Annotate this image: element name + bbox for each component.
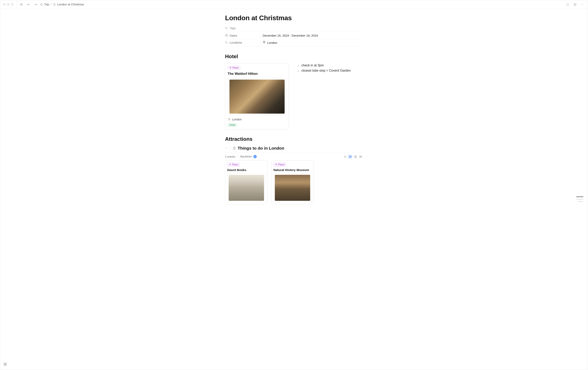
section-attractions-heading[interactable]: Attractions: [225, 136, 363, 142]
map-pin-icon: [262, 41, 266, 44]
more-horizontal-icon: [581, 3, 584, 6]
view-table-button[interactable]: [358, 154, 363, 159]
arrow-left-icon: [27, 3, 30, 6]
arrow-right-icon: [34, 3, 37, 6]
hotel-category-tag: Hotel: [228, 123, 237, 127]
sync-button[interactable]: [565, 2, 571, 7]
svg-rect-36: [349, 157, 350, 158]
view-list-button[interactable]: [343, 154, 347, 159]
command-icon: [574, 3, 577, 6]
hotel-notes[interactable]: check in at 3pm closest tube stop = Cove…: [297, 63, 363, 74]
collection-meta-bar: 2 entries Backlinks 1: [225, 152, 363, 160]
attraction-image: [229, 175, 264, 201]
minimap-mark[interactable]: [578, 201, 583, 202]
svg-point-16: [582, 4, 582, 5]
hotel-card[interactable]: Place The Waldorf Hilton London Hot: [225, 63, 289, 130]
svg-point-13: [576, 3, 576, 4]
page-content: London at Christmas Tags: [225, 9, 363, 216]
card-type-tag-label: Place: [232, 163, 238, 166]
sparkle-icon: [229, 67, 232, 69]
table-icon: [359, 155, 362, 158]
sidebar-toggle-button[interactable]: [18, 2, 24, 7]
minimap-mark[interactable]: [576, 199, 583, 199]
calendar-icon: [225, 34, 228, 37]
card-type-tag: Place: [227, 163, 240, 167]
attraction-card-grid: Place Daunt Books Place Natural History …: [225, 160, 363, 204]
breadcrumb-parent-label: Trip: [44, 3, 49, 6]
app-window: Trip / London at Christmas: [0, 0, 588, 370]
page-title[interactable]: London at Christmas: [225, 14, 363, 22]
breadcrumb-parent[interactable]: Trip: [40, 3, 49, 6]
prop-label-dates: Dates: [230, 34, 237, 37]
minimap-mark[interactable]: [576, 196, 583, 197]
attraction-card-title: Natural History Museum: [273, 168, 312, 172]
svg-point-15: [581, 4, 582, 5]
hotel-image: [230, 80, 285, 114]
svg-point-14: [574, 5, 575, 6]
chevron-down-icon: [225, 147, 228, 150]
hotel-card-location: London: [228, 118, 286, 121]
hotel-card-title: The Waldorf Hilton: [228, 72, 286, 76]
command-palette-button[interactable]: [3, 362, 7, 367]
attraction-card[interactable]: Place Daunt Books: [225, 160, 268, 204]
sparkle-icon: [229, 163, 231, 166]
breadcrumb: Trip / London at Christmas: [40, 3, 84, 6]
collection-title[interactable]: Things to do in London: [230, 146, 284, 151]
section-hotel-heading[interactable]: Hotel: [225, 54, 363, 60]
more-button[interactable]: [579, 2, 585, 7]
command-icon: [3, 362, 7, 366]
window-zoom-button[interactable]: [11, 3, 13, 6]
svg-point-24: [264, 42, 265, 42]
prop-row-dates[interactable]: Dates December 16, 2024 - December 18, 2…: [225, 32, 363, 39]
attraction-card[interactable]: Place Natural History Museum: [271, 160, 314, 204]
suitcase-icon: [53, 3, 56, 6]
prop-row-tags[interactable]: Tags: [225, 25, 363, 32]
grid-icon: [354, 155, 357, 158]
list-icon: [20, 3, 23, 6]
svg-rect-19: [226, 35, 228, 36]
svg-point-18: [226, 28, 226, 28]
hotel-note-item[interactable]: closest tube stop = Covent Garden: [297, 69, 363, 72]
prop-label-locations: Locations: [230, 41, 242, 44]
svg-point-17: [583, 4, 583, 5]
window-close-button[interactable]: [3, 3, 5, 6]
backpack-icon: [233, 147, 236, 150]
nav-back-button[interactable]: [26, 2, 31, 7]
tag-icon: [225, 27, 228, 30]
tag-icon: [225, 41, 228, 44]
attraction-image: [275, 175, 310, 201]
outline-minimap[interactable]: [576, 196, 583, 202]
main-scroll[interactable]: London at Christmas Tags: [0, 9, 588, 370]
svg-rect-9: [53, 4, 56, 5]
window-minimize-button[interactable]: [7, 3, 9, 6]
collection-collapse-toggle[interactable]: [225, 147, 228, 150]
prop-value-tags[interactable]: [260, 27, 363, 29]
hotel-card-location-label: London: [232, 118, 242, 121]
prop-value-locations[interactable]: London: [260, 40, 363, 46]
view-cards-button[interactable]: [348, 154, 353, 159]
properties-block: Tags Dates December 16, 2024 - December …: [225, 25, 363, 46]
svg-point-23: [226, 42, 226, 42]
breadcrumb-current[interactable]: London at Christmas: [53, 3, 84, 6]
prop-value-dates[interactable]: December 16, 2024 - December 18, 2024: [260, 33, 363, 38]
command-button[interactable]: [572, 2, 578, 7]
prop-key-tags: Tags: [225, 25, 260, 31]
collection-backlinks-label: Backlinks: [241, 155, 252, 158]
card-type-tag: Place: [273, 163, 286, 167]
cards-icon: [349, 155, 352, 158]
list-icon: [344, 155, 346, 158]
attraction-card-title: Daunt Books: [227, 168, 265, 172]
nav-forward-button[interactable]: [33, 2, 38, 7]
collection-backlinks[interactable]: Backlinks 1: [241, 155, 257, 158]
card-type-tag-label: Place: [278, 163, 284, 166]
map-pin-icon: [228, 118, 231, 121]
prop-location-value: London: [267, 41, 277, 44]
breadcrumb-current-label: London at Christmas: [57, 3, 84, 6]
backlinks-count-badge: 1: [253, 155, 257, 158]
view-grid-button[interactable]: [353, 154, 358, 159]
meta-separator: [238, 155, 238, 158]
svg-rect-34: [349, 156, 350, 157]
hotel-note-item[interactable]: check in at 3pm: [297, 64, 363, 67]
prop-row-locations[interactable]: Locations London: [225, 39, 363, 46]
svg-rect-37: [350, 157, 351, 158]
